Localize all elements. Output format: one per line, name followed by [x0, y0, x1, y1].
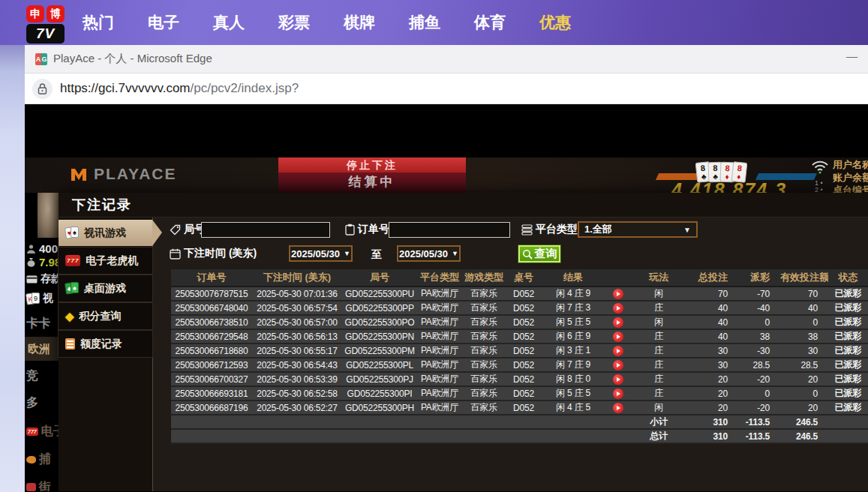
nav-item-3[interactable]: 彩票	[278, 12, 310, 33]
round-field-group: 局号	[170, 223, 205, 236]
cell-play-type: 庄	[632, 386, 686, 400]
modal-title: 下注记录	[59, 193, 868, 218]
cell-bet-time: 2025-05-30 06:53:39	[252, 372, 342, 386]
nav-item-5[interactable]: 捕鱼	[409, 12, 440, 33]
person-icon	[26, 244, 36, 254]
subtotal-row: 小计310-113.5246.5	[171, 415, 868, 429]
column-header-4: 游戏类型	[462, 269, 506, 286]
replay-play-icon[interactable]	[613, 317, 623, 328]
replay-play-icon[interactable]	[613, 360, 623, 370]
window-title: PlayAce - 个人 - Microsoft Edge	[53, 52, 212, 66]
user-info-labels: 用户名称账户余额桌台编号	[833, 158, 868, 193]
modal-sidebar: ♥♠视讯游戏777电子老虎机♣♠桌面游戏◆积分查询额度记录	[59, 218, 153, 491]
cell-total-bet: 20	[686, 372, 738, 386]
play-column-header	[605, 269, 632, 286]
cell-result: 闲 7 庄 3	[542, 301, 605, 315]
cell-replay	[605, 386, 632, 400]
table-row-1: 2505300667480402025-05-30 06:57:54GD0522…	[171, 301, 868, 315]
cell-replay	[605, 301, 632, 315]
logo-badge-bo: 博	[47, 5, 65, 22]
cell-total-bet: 40	[686, 329, 738, 344]
cell-status: 已派彩	[828, 301, 868, 315]
nav-item-6[interactable]: 体育	[474, 12, 506, 33]
jackpot-amount: 4,418,874.3	[671, 179, 829, 193]
platform-select[interactable]: 1.全部 ▼	[578, 221, 698, 238]
ssl-lock-icon[interactable]	[32, 79, 53, 99]
cell-valid-bet: 0	[780, 315, 828, 329]
sum-total-bet: 310	[686, 415, 738, 429]
sidebar-item-label: 额度记录	[80, 338, 122, 351]
cell-game-type: 百家乐	[462, 386, 506, 400]
cell-round-no: GD052255300PH	[342, 400, 417, 415]
background-menu-item-2[interactable]: 竞	[26, 368, 38, 384]
sidebar-item-3[interactable]: ◆积分查询	[59, 303, 152, 329]
deposit-button[interactable]: 存款	[26, 272, 59, 286]
background-menu-item-3[interactable]: 多	[26, 395, 38, 411]
replay-play-icon[interactable]	[613, 289, 623, 299]
gem-icon: ◆	[65, 310, 74, 323]
cell-game-type: 百家乐	[462, 329, 506, 344]
date-from-picker[interactable]: 2025/05/30▼	[289, 245, 353, 262]
replay-play-icon[interactable]	[613, 374, 623, 385]
background-menu-item-5[interactable]: 捕	[26, 452, 51, 467]
cell-valid-bet: 0	[780, 386, 828, 400]
column-header-6: 结果	[542, 269, 605, 286]
background-menu-item-6[interactable]: 街	[26, 479, 51, 491]
cell-replay	[605, 358, 632, 372]
nav-item-0[interactable]: 热门	[83, 12, 114, 33]
cell-play-type: 闲	[632, 315, 686, 329]
cell-table-no: D052	[506, 315, 542, 329]
playing-cards-icon: ♥♠	[65, 226, 79, 239]
cell-valid-bet: 70	[780, 286, 828, 301]
cell-order-no: 250530076787515	[171, 286, 252, 301]
background-menu-item-0[interactable]: 卡卡	[26, 316, 50, 332]
nav-item-2[interactable]: 真人	[213, 12, 245, 33]
video-menu-fragment[interactable]: K9 视	[26, 292, 53, 305]
nav-item-4[interactable]: 棋牌	[344, 12, 375, 33]
cell-play-type: 庄	[632, 301, 686, 315]
playace-logo: PLAYACE	[70, 165, 177, 183]
cell-game-type: 百家乐	[462, 372, 506, 386]
replay-play-icon[interactable]	[613, 346, 623, 356]
cell-status: 已派彩	[828, 329, 868, 344]
background-menu-item-4[interactable]: 777电子	[26, 424, 59, 440]
minimize-button[interactable]: —	[846, 50, 857, 62]
replay-play-icon[interactable]	[613, 403, 623, 413]
browser-url-bar[interactable]: https://gci.7vvvvvv.com/pc/pcv2/index.js…	[25, 74, 868, 104]
sum-label: 小计	[632, 415, 686, 429]
url-text: https://gci.7vvvvvv.com/pc/pcv2/index.js…	[60, 81, 299, 96]
replay-play-icon[interactable]	[613, 332, 623, 342]
logo-badge-shen: 申	[26, 5, 44, 22]
sidebar-item-2[interactable]: ♣♠桌面游戏	[59, 275, 152, 302]
sidebar-item-1[interactable]: 777电子老虎机	[59, 248, 152, 274]
playing-cards-icon: K9	[26, 292, 40, 305]
sidebar-item-0[interactable]: ♥♠视讯游戏	[59, 220, 152, 246]
search-button-label: 查询	[535, 247, 557, 261]
cell-valid-bet: 20	[780, 400, 828, 415]
nav-item-1[interactable]: 电子	[148, 12, 179, 33]
search-button[interactable]: 查询	[518, 244, 561, 263]
cell-bet-time: 2025-05-30 06:57:00	[252, 315, 342, 329]
column-header-2: 局号	[342, 269, 417, 286]
cell-payout: -40	[738, 301, 780, 315]
table-header-row: 订单号下注时间 (美东)局号平台类型游戏类型桌号结果玩法总投注派彩有效投注额状态	[171, 269, 868, 286]
sidebar-item-4[interactable]: 额度记录	[59, 331, 152, 357]
document-icon	[65, 338, 75, 350]
round-input[interactable]	[201, 222, 330, 238]
date-to-picker[interactable]: 2025/05/30▼	[397, 245, 461, 262]
replay-play-icon[interactable]	[613, 303, 623, 314]
logo-7v: 7V	[26, 24, 65, 44]
url-host: https://gci.7vvvvvv.com	[60, 81, 191, 95]
arcade-joystick-icon	[26, 483, 36, 491]
order-input[interactable]	[389, 222, 510, 238]
table-row-4: 2505300667186802025-05-30 06:55:17GD0522…	[171, 344, 868, 358]
nav-item-7[interactable]: 优惠	[539, 12, 571, 33]
cell-status: 已派彩	[828, 358, 868, 372]
background-menu-item-1[interactable]: 欧洲	[25, 337, 59, 361]
table-row-3: 2505300667295482025-05-30 06:56:13GD0522…	[171, 329, 868, 344]
cell-status: 已派彩	[828, 315, 868, 329]
column-header-5: 桌号	[506, 269, 542, 286]
cell-payout: -20	[738, 400, 780, 415]
replay-play-icon[interactable]	[613, 388, 623, 399]
cell-total-bet: 30	[686, 344, 738, 358]
